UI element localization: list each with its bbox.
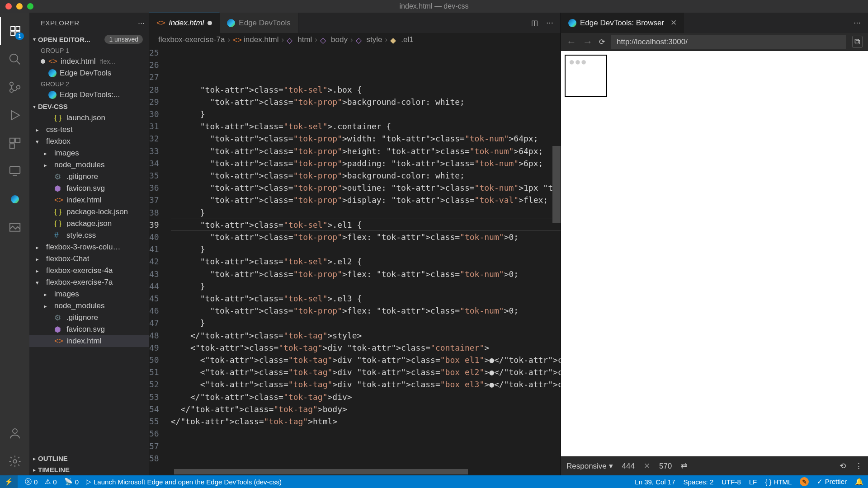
eol-status[interactable]: LF <box>749 478 757 486</box>
open-editor-item[interactable]: Edge DevTools:... <box>29 89 149 101</box>
chevron-right-icon: ▸ <box>36 127 43 133</box>
html-hint-badge[interactable]: ✎ <box>800 477 809 486</box>
open-editor-item[interactable]: Edge DevTools <box>29 67 149 79</box>
folder-item[interactable]: ▾flexbox <box>29 136 149 147</box>
breadcrumb-item[interactable]: flexbox-exercise-7a <box>158 35 225 44</box>
explorer-activity[interactable]: 1 <box>0 17 29 45</box>
maximize-window[interactable] <box>27 3 33 9</box>
account-activity[interactable] <box>0 419 29 447</box>
file-item[interactable]: ⬢favicon.svg <box>29 324 149 335</box>
chevron-down-icon: ▾ <box>36 279 43 286</box>
folder-item[interactable]: ▸flexbox-exercise-4a <box>29 265 149 277</box>
folder-item[interactable]: ▸flexbox-Chat <box>29 253 149 265</box>
edge-icon <box>568 19 576 27</box>
tab-edge-devtools[interactable]: Edge DevTools <box>220 13 298 33</box>
devtools-browser-tab[interactable]: Edge DevTools: Browser ✕ <box>561 13 684 33</box>
warnings-status[interactable]: ⚠ 0 <box>45 478 57 486</box>
project-section[interactable]: ▾ DEV-CSS <box>29 101 149 112</box>
viewport-height[interactable]: 570 <box>659 462 672 471</box>
rotate-icon[interactable]: ⟲ <box>840 461 846 471</box>
scm-activity[interactable] <box>0 73 29 101</box>
minimize-window[interactable] <box>16 3 23 9</box>
html-icon: <> <box>54 337 63 346</box>
notifications-icon[interactable]: 🔔 <box>855 478 863 486</box>
indent-status[interactable]: Spaces: 2 <box>684 478 714 486</box>
image-activity[interactable] <box>0 213 29 241</box>
file-item[interactable]: { }launch.json <box>29 112 149 124</box>
open-editor-item[interactable]: <> index.html flex... <box>29 56 149 67</box>
url-input[interactable] <box>611 35 846 49</box>
timeline-label: TIMELINE <box>38 466 70 474</box>
ports-status[interactable]: 📡 0 <box>64 478 79 486</box>
breadcrumb-item[interactable]: style <box>367 35 382 44</box>
file-item[interactable]: { }package.json <box>29 218 149 230</box>
refresh-icon[interactable]: ⟳ <box>599 38 605 46</box>
close-dim-icon[interactable]: ✕ <box>644 461 650 471</box>
debug-activity[interactable] <box>0 101 29 129</box>
edge-devtools-activity[interactable] <box>0 185 29 213</box>
encoding-status[interactable]: UTF-8 <box>722 478 741 486</box>
tab-index-html[interactable]: <> index.html <box>149 13 220 33</box>
brackets-icon: ◇ <box>356 36 364 44</box>
minimap[interactable] <box>552 47 561 468</box>
errors-status[interactable]: ⓧ 0 <box>25 478 38 486</box>
horizontal-scrollbar[interactable] <box>149 468 561 475</box>
swap-dims-icon[interactable]: ⇄ <box>681 461 687 471</box>
breadcrumb-item[interactable]: html <box>297 35 312 44</box>
settings-activity[interactable] <box>0 447 29 475</box>
edge-icon <box>48 91 57 99</box>
back-icon[interactable]: ← <box>566 36 576 48</box>
file-item[interactable]: ⚙.gitignore <box>29 171 149 183</box>
folder-item[interactable]: ▾flexbox-exercise-7a <box>29 277 149 288</box>
explorer-more-icon[interactable]: ⋯ <box>138 19 145 27</box>
more-icon[interactable]: ⋮ <box>855 461 863 471</box>
more-actions-icon[interactable]: ⋯ <box>546 19 553 27</box>
close-icon[interactable]: ✕ <box>670 18 677 28</box>
browser-viewport[interactable]: ●●● <box>561 51 868 456</box>
folder-item[interactable]: ▸node_modules <box>29 300 149 312</box>
timeline-section[interactable]: ▸ TIMELINE <box>29 464 149 475</box>
tab-label: index.html <box>169 19 204 28</box>
breadcrumb-item[interactable]: index.html <box>244 35 278 44</box>
search-activity[interactable] <box>0 45 29 73</box>
html-icon: <> <box>233 36 241 44</box>
folder-item[interactable]: ▸images <box>29 288 149 300</box>
chevron-down-icon: ▾ <box>33 36 36 42</box>
file-item[interactable]: ⚙.gitignore <box>29 312 149 324</box>
more-actions-icon[interactable]: ⋯ <box>854 19 861 27</box>
language-mode[interactable]: { } HTML <box>765 478 792 486</box>
window-titlebar: index.html — dev-css <box>0 0 868 13</box>
folder-item[interactable]: ▸node_modules <box>29 159 149 171</box>
breadcrumbs[interactable]: flexbox-exercise-7a› <> index.html› ◇ ht… <box>149 33 561 47</box>
extensions-activity[interactable] <box>0 129 29 157</box>
file-item[interactable]: <>index.html <box>29 194 149 206</box>
breadcrumb-item[interactable]: .el1 <box>401 35 413 44</box>
tab-bar: <> index.html Edge DevTools ◫ ⋯ <box>149 13 561 33</box>
breadcrumb-item[interactable]: body <box>331 35 348 44</box>
forward-icon[interactable]: → <box>583 36 593 48</box>
project-name: DEV-CSS <box>38 103 68 110</box>
file-item[interactable]: <>index.html <box>29 335 149 347</box>
folder-item[interactable]: ▸images <box>29 147 149 159</box>
file-item[interactable]: #style.css <box>29 230 149 241</box>
outline-section[interactable]: ▸ OUTLINE <box>29 453 149 464</box>
responsive-select[interactable]: Responsive ▾ <box>566 461 613 471</box>
prettier-status[interactable]: ✓ Prettier <box>817 478 847 486</box>
split-editor-icon[interactable]: ◫ <box>531 19 538 27</box>
devtools-tab-label: Edge DevTools: Browser <box>580 19 664 28</box>
file-item[interactable]: ⬢favicon.svg <box>29 183 149 194</box>
folder-item[interactable]: ▸flexbox-3-rows-colu… <box>29 241 149 253</box>
folder-item[interactable]: ▸css-test <box>29 124 149 136</box>
launch-task[interactable]: ▷ Launch Microsoft Edge and open the Edg… <box>86 478 282 486</box>
cursor-position[interactable]: Ln 39, Col 17 <box>635 478 675 486</box>
close-window[interactable] <box>5 3 12 9</box>
code-editor[interactable]: 2526272829303132333435363738394041424344… <box>149 47 561 468</box>
chevron-right-icon: ▸ <box>36 267 43 274</box>
remote-activity[interactable] <box>0 157 29 185</box>
open-external-icon[interactable]: ⧉ <box>852 36 863 48</box>
open-editors-section[interactable]: ▾ OPEN EDITOR... 1 unsaved <box>29 33 149 46</box>
svg-point-10 <box>13 460 17 463</box>
remote-indicator[interactable]: ⚡ <box>0 475 18 488</box>
file-item[interactable]: { }package-lock.json <box>29 206 149 218</box>
viewport-width[interactable]: 444 <box>622 462 635 471</box>
